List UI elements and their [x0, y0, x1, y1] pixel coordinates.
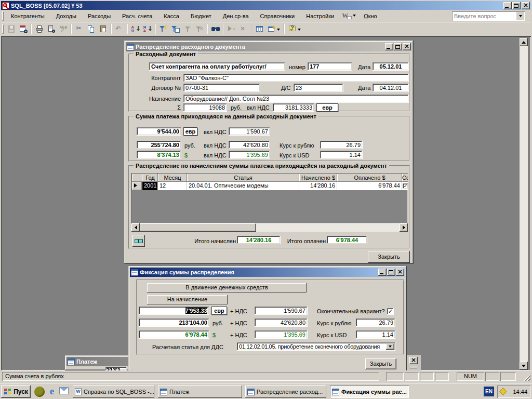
spell-button[interactable]: АБВ✓: [57, 23, 69, 35]
workspace-vscrollbar[interactable]: [520, 38, 528, 370]
fix-rub-rate-field[interactable]: 26.79: [356, 318, 395, 327]
fix-usd-vat-field[interactable]: 1'395.69: [255, 330, 308, 339]
menu-item-4[interactable]: Расч. счета: [116, 11, 158, 21]
start-button[interactable]: Пуск: [1, 385, 31, 398]
menu-item-window[interactable]: Окно: [358, 11, 383, 21]
pay-rub-amount-field[interactable]: 255'724.80: [137, 141, 181, 149]
fix-usd-amount-field[interactable]: 6'978.44: [139, 330, 209, 339]
copy-button[interactable]: [85, 23, 97, 35]
doc-number-field[interactable]: 177: [308, 62, 352, 71]
distribution-grid[interactable]: Год2001Месяц12Статья20.04.01. Оптические…: [131, 173, 408, 223]
app-close-button[interactable]: ×: [522, 2, 530, 9]
grid-column-header-1[interactable]: Год: [142, 174, 158, 182]
dc-field[interactable]: 23: [294, 84, 343, 92]
menu-item-2[interactable]: Доходы: [50, 11, 82, 21]
platezh-fragment-close-button[interactable]: ×: [409, 357, 418, 364]
grid-column-header-6[interactable]: Со: [402, 174, 408, 182]
pay-eur-currency-box[interactable]: евр: [183, 127, 197, 136]
preview-button[interactable]: [45, 23, 57, 35]
taskbar-task-4[interactable]: Фиксация суммы рас...: [330, 385, 409, 398]
toolbar-gripper[interactable]: [2, 24, 4, 34]
menu-item-1[interactable]: Контрагенты: [5, 11, 50, 21]
doc-type-field[interactable]: Счет контрагента на оплату работ/услуг/: [149, 62, 285, 71]
sum-vat-field[interactable]: 3181.3333: [273, 103, 314, 112]
grid-cell[interactable]: 20.04.01. Оптические модемы: [187, 182, 299, 190]
taskbar-task-2[interactable]: Платеж: [158, 385, 242, 398]
final-variant-checkbox[interactable]: ✓: [387, 308, 394, 315]
grid-column-header-5[interactable]: Оплачено $: [337, 174, 402, 182]
dialog2-close-button[interactable]: ×: [396, 269, 404, 276]
taskbar-task-3[interactable]: Распределение расход...: [245, 385, 326, 398]
sum-eur-box[interactable]: евр: [316, 103, 338, 112]
grid-cell[interactable]: 14'280.16: [299, 182, 337, 190]
fix-rub-amount-field[interactable]: 213'104.00: [139, 318, 209, 327]
pay-usd-amount-field[interactable]: 8'374.13: [137, 151, 181, 159]
grid-row-checkbox[interactable]: ✓: [403, 183, 408, 189]
taskbar-task-1[interactable]: WСправка по SQL_BOSS -...: [73, 385, 154, 398]
next-record-button[interactable]: *: [225, 23, 237, 35]
grid-button[interactable]: [254, 23, 265, 35]
grid-column-header-3[interactable]: Статья: [187, 174, 299, 182]
app-minimize-button[interactable]: [503, 2, 512, 9]
contractor-field[interactable]: ЗАО "Фалкон-С": [183, 74, 409, 82]
grid-cell[interactable]: 2001: [142, 182, 158, 190]
grid-hscroll-left-button[interactable]: [131, 223, 140, 232]
cut-button[interactable]: ✂: [73, 23, 85, 35]
export-button[interactable]: [17, 23, 29, 35]
pay-eur-amount-field[interactable]: 9'544.00: [137, 127, 181, 136]
dialog2-titlebar[interactable]: Фиксация суммы распределения ×: [130, 268, 405, 277]
grid-hscroll-right-button[interactable]: [400, 223, 408, 232]
dialog2-minimize-button[interactable]: [378, 269, 387, 276]
grid-hscrollbar[interactable]: [131, 223, 408, 232]
resize-grip[interactable]: [524, 374, 530, 381]
fix-eur-amount-field[interactable]: 7'953.33: [139, 307, 209, 315]
cancel-edit-button[interactable]: ✕: [237, 23, 249, 35]
dialog2-close-action-button[interactable]: Закрыть: [365, 358, 396, 369]
fix-usd-rate-field[interactable]: 1.14: [356, 330, 395, 339]
workspace-vscroll-down-button[interactable]: [520, 362, 528, 370]
grid-cell[interactable]: 6'978.44: [337, 182, 402, 190]
doc-date2-field[interactable]: 04.12.01: [373, 84, 409, 92]
calc-article-combobox[interactable]: 01.12.02.01.05. приобретение оконечного …: [237, 342, 395, 351]
paste-button[interactable]: [97, 23, 109, 35]
quicklaunch-ie-icon[interactable]: e: [47, 386, 57, 396]
sort-asc-button[interactable]: АЯ: [129, 23, 141, 35]
save-button[interactable]: [5, 23, 17, 35]
grid-hscroll-thumb[interactable]: [140, 223, 256, 232]
menu-item-8[interactable]: Справочники: [255, 11, 301, 21]
tray-app-icon[interactable]: [499, 388, 507, 395]
question-dropdown-icon[interactable]: [516, 12, 524, 20]
menu-gripper[interactable]: [2, 11, 4, 21]
fix-eur-vat-field[interactable]: 1'590.67: [255, 307, 308, 315]
filter-flash-button[interactable]: [157, 23, 169, 35]
flow-button[interactable]: В движение денежных средств: [147, 283, 307, 292]
purpose-field[interactable]: Оборудование// Доп. Согл №23: [183, 95, 409, 103]
fix-eur-currency-box[interactable]: евр: [211, 307, 227, 315]
contract-number-field[interactable]: 07-00-31: [183, 84, 260, 92]
filter-button[interactable]: [181, 23, 193, 35]
sort-desc-button[interactable]: ЯА: [141, 23, 153, 35]
grid-column-header-4[interactable]: Начислено $: [299, 174, 337, 182]
filter-clear-button[interactable]: ✕: [193, 23, 205, 35]
menu-item-9[interactable]: Настройки: [300, 11, 340, 21]
dialog2-maximize-button[interactable]: [387, 269, 395, 276]
dialog1-titlebar[interactable]: Распределение расходного документа ×: [126, 42, 412, 51]
dialog1-close-button[interactable]: ×: [403, 43, 411, 50]
undo-button[interactable]: ↶: [113, 23, 125, 35]
quicklaunch-clock-icon[interactable]: [34, 387, 45, 397]
grid-cell[interactable]: 12: [158, 182, 187, 190]
app-maximize-button[interactable]: [512, 2, 521, 9]
question-combobox[interactable]: Введите вопрос: [452, 11, 525, 21]
sum-field[interactable]: 19088: [183, 103, 227, 112]
quicklaunch-mail-icon[interactable]: [59, 387, 69, 394]
menu-word-icon[interactable]: W: [340, 10, 358, 22]
dialog1-maximize-button[interactable]: [394, 43, 402, 50]
doc-date-field[interactable]: 05.12.01: [373, 62, 409, 71]
grid-cell[interactable]: ✓: [402, 182, 408, 190]
help-button[interactable]: ?: [286, 23, 303, 35]
menu-item-6[interactable]: Бюджет: [185, 11, 217, 21]
workspace-vscroll-up-button[interactable]: [520, 38, 528, 46]
grid-column-header[interactable]: [132, 174, 142, 182]
grid-column-header-2[interactable]: Месяц: [158, 174, 187, 182]
usd-rate-field[interactable]: 1.14: [320, 151, 363, 159]
